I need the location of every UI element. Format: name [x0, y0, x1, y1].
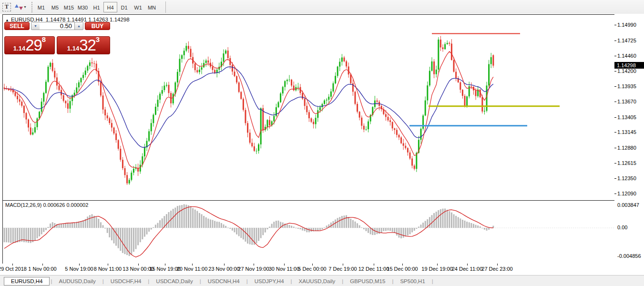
macd-tick-label: 0.003847	[617, 202, 639, 208]
buy-price-button[interactable]: 1.14323	[57, 36, 110, 54]
toolbar-separator	[165, 1, 166, 13]
macd-tick-label: 0.00	[617, 225, 627, 230]
chart-tab-audusd-daily[interactable]: AUDUSD,Daily	[53, 277, 101, 285]
top-toolbar: T ▾ M1M5M15M30H1H4D1W1MN	[0, 0, 644, 14]
tab-separator: |	[102, 278, 105, 284]
sell-price-pipette: 8	[42, 35, 46, 43]
price-axis[interactable]: 1.149901.147251.144601.142001.139351.136…	[614, 14, 644, 275]
macd-histogram	[4, 204, 494, 256]
price-tick-mark	[614, 25, 616, 25]
macd-indicator-label: MACD(12,26,9) 0.000626 0.000002	[5, 202, 88, 208]
price-tick-label: 1.13670	[617, 99, 636, 104]
chart-tab-usdcnh-h4[interactable]: USDCNH,H4	[202, 277, 245, 285]
buy-price-pipette: 3	[96, 35, 100, 43]
price-tick-label: 1.13405	[617, 114, 636, 120]
chart-tab-usdcad-daily[interactable]: USDCAD,Daily	[150, 277, 198, 285]
sell-price-button[interactable]: 1.14298	[4, 36, 55, 54]
time-tick-label: 1 Nov 00:00	[23, 266, 61, 272]
price-tick-mark	[614, 117, 616, 118]
timeframe-button-m15[interactable]: M15	[62, 2, 76, 12]
timeframe-button-m5[interactable]: M5	[48, 2, 62, 12]
price-tick-mark	[614, 86, 616, 87]
timeframe-button-m30[interactable]: M30	[76, 2, 90, 12]
tab-separator: |	[431, 278, 434, 284]
price-tick-label: 1.12090	[617, 191, 636, 196]
chart-tab-xauusd-daily[interactable]: XAUUSD,Daily	[293, 277, 341, 285]
volume-decrease-button[interactable]: ▼	[31, 22, 40, 30]
time-tick-mark	[312, 264, 313, 266]
price-tick-label: 1.13935	[617, 83, 636, 89]
macd-values: 0.000626 0.000002	[43, 202, 88, 208]
chart-tab-usdchf-h4[interactable]: USDCHF,H4	[105, 277, 147, 285]
time-tick-mark	[224, 264, 225, 266]
buy-price-prefix: 1.14	[67, 45, 79, 52]
ma-slow-line	[4, 67, 493, 147]
price-tick-mark	[614, 132, 616, 133]
price-tick-mark	[614, 163, 616, 163]
cycle-arrows-icon[interactable]: ▾	[13, 2, 28, 12]
time-tick-mark	[42, 264, 43, 266]
time-tick-mark	[254, 264, 254, 266]
chart-tab-gbpusd-m15[interactable]: GBPUSD,M15	[344, 277, 391, 285]
tab-separator: |	[341, 278, 344, 284]
trade-controls-row: SELL ▼ ▲ BUY	[4, 22, 110, 30]
arrow-down-icon	[19, 7, 23, 10]
tab-separator: |	[199, 278, 202, 284]
timeframe-button-w1[interactable]: W1	[131, 2, 145, 12]
time-tick-mark	[374, 264, 374, 266]
time-axis[interactable]: 29 Oct 20181 Nov 00:005 Nov 19:008 Nov 1…	[2, 264, 614, 275]
time-tick-mark	[402, 264, 403, 266]
current-price-tag: 1.14298	[614, 62, 644, 69]
chart-tab-bar: EURUSD,H4|AUDUSD,Daily|USDCHF,H4|USDCAD,…	[0, 275, 644, 286]
text-tool-icon[interactable]: T	[2, 3, 11, 11]
time-tick-mark	[284, 264, 285, 266]
price-tick-label: 1.12615	[617, 160, 636, 166]
chart-tab-sp500-h1[interactable]: SP500,H1	[394, 277, 430, 285]
timeframe-button-m1[interactable]: M1	[34, 2, 48, 12]
timeframe-button-mn[interactable]: MN	[145, 2, 159, 12]
arrow-up-icon	[15, 4, 19, 8]
ma-fast-line	[4, 51, 493, 169]
tab-separator: |	[245, 278, 249, 284]
macd-pane[interactable]: MACD(12,26,9) 0.000626 0.000002	[3, 200, 614, 264]
chevron-down-icon: ▾	[24, 5, 26, 9]
timeframe-button-h1[interactable]: H1	[90, 2, 103, 12]
timeframe-button-d1[interactable]: D1	[117, 2, 131, 12]
time-tick-mark	[497, 264, 498, 266]
volume-input[interactable]	[40, 22, 75, 30]
tab-separator: |	[391, 278, 394, 284]
chart-tab-eurusd-h4[interactable]: EURUSD,H4	[4, 277, 50, 286]
macd-name: MACD(12,26,9)	[5, 202, 41, 208]
time-tick-label: 27 Dec 23:00	[478, 266, 516, 272]
price-tick-label: 1.12880	[617, 145, 636, 151]
buy-button[interactable]: BUY	[85, 22, 110, 30]
sell-price-main: 29	[25, 36, 42, 54]
price-tick-label: 1.13145	[617, 129, 636, 135]
price-tick-label: 1.14460	[617, 53, 636, 59]
sell-button[interactable]: SELL	[4, 22, 30, 30]
time-tick-mark	[12, 264, 13, 266]
price-tick-mark	[614, 148, 616, 148]
chart-tab-usdjpy-h4[interactable]: USDJPY,H4	[249, 277, 290, 285]
price-tick-mark	[614, 102, 616, 102]
macd-signal-line	[4, 207, 493, 257]
price-tick-label: 1.14990	[617, 22, 636, 28]
price-tick-mark	[614, 41, 616, 41]
chart-window: ▲EURUSD,H4 1.14478 1.14491 1.14263 1.142…	[2, 14, 615, 265]
chart-workspace: ▲EURUSD,H4 1.14478 1.14491 1.14263 1.142…	[0, 14, 644, 275]
timeframe-button-group: M1M5M15M30H1H4D1W1MN	[34, 2, 159, 12]
timeframe-button-h4[interactable]: H4	[103, 2, 117, 12]
time-tick-mark	[192, 264, 193, 266]
mt4-terminal: { "window": {"title_symbol": "EURUSD,H4"…	[0, 0, 644, 286]
toolbar-grip[interactable]	[31, 2, 32, 12]
price-tick-label: 1.14725	[617, 38, 636, 43]
sell-price-prefix: 1.14	[13, 45, 25, 52]
volume-increase-button[interactable]: ▲	[74, 22, 83, 30]
price-tick-label: 1.14200	[617, 68, 636, 74]
time-tick-mark	[165, 264, 165, 266]
macd-chart[interactable]	[3, 201, 614, 264]
price-tick-label: 1.12350	[617, 175, 636, 181]
time-tick-mark	[79, 264, 80, 266]
buy-price-main: 32	[79, 36, 96, 54]
price-pane[interactable]: ▲EURUSD,H4 1.14478 1.14491 1.14263 1.142…	[3, 15, 614, 200]
